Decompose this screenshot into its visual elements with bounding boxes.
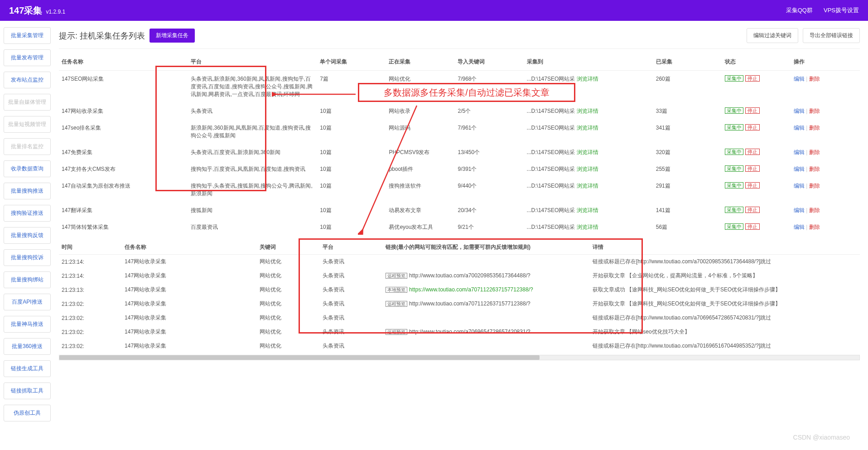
cell-single: 10篇	[317, 219, 386, 236]
stop-button[interactable]: 停止	[745, 124, 760, 131]
cell-lkey: 网站优化	[257, 339, 320, 353]
cell-time: 21:23:14:	[59, 255, 122, 269]
cell-name: 147简体转繁体采集	[59, 219, 188, 236]
cell-to: ...D:\147SEO网站采 浏览详情	[524, 161, 653, 178]
stop-button[interactable]: 停止	[745, 223, 760, 230]
browse-detail-link[interactable]: 浏览详情	[577, 183, 598, 189]
sidebar-item-12[interactable]: 百度API推送	[4, 294, 51, 310]
edit-button[interactable]: 编辑	[794, 108, 805, 114]
cell-name: 147自动采集为原创发布推送	[59, 178, 188, 202]
log-url[interactable]: http://www.toutiao.com/a7071122637157712…	[409, 300, 530, 307]
stop-button[interactable]: 停止	[745, 165, 760, 172]
delete-button[interactable]: 删除	[809, 125, 820, 131]
delete-button[interactable]: 删除	[809, 207, 820, 213]
edit-button[interactable]: 编辑	[794, 224, 805, 230]
sidebar-item-6[interactable]: 收录数据查询	[4, 160, 51, 177]
delete-button[interactable]: 删除	[809, 224, 820, 230]
log-row: 21:23:02:147网站收录采集网站优化头条资讯链接或标题已存在[http:…	[59, 311, 860, 325]
cell-lkey: 网站优化	[257, 325, 320, 339]
sidebar-item-1[interactable]: 批量发布管理	[4, 49, 51, 66]
cell-single: 10篇	[317, 202, 386, 219]
log-url[interactable]: http://www.toutiao.com/a7002098535617364…	[409, 272, 530, 279]
browse-detail-link[interactable]: 浏览详情	[577, 224, 598, 230]
horizontal-scrollbar[interactable]	[59, 355, 860, 360]
edit-button[interactable]: 编辑	[794, 125, 805, 131]
browse-detail-link[interactable]: 浏览详情	[577, 149, 598, 155]
sidebar-item-10[interactable]: 批量搜狗投诉	[4, 249, 51, 266]
cell-op: 编辑 | 删除	[791, 219, 860, 236]
sidebar-item-7[interactable]: 批量搜狗推送	[4, 183, 51, 199]
sidebar-item-17[interactable]: 伪原创工具	[4, 405, 51, 421]
task-row: 147seo排名采集新浪新闻,360新闻,凤凰新闻,百度知道,搜狗资讯,搜狗公众…	[59, 120, 860, 144]
sidebar-item-15[interactable]: 链接生成工具	[4, 360, 51, 377]
cell-lplat: 头条资讯	[320, 283, 383, 297]
cell-time: 21:23:14:	[59, 269, 122, 283]
remote-preview-badge[interactable]: 远程预览	[386, 273, 407, 279]
export-errors-button[interactable]: 导出全部错误链接	[803, 28, 860, 43]
header-left: 147采集 v1.2.9.1	[9, 5, 65, 17]
edit-button[interactable]: 编辑	[794, 166, 805, 172]
qq-group-link[interactable]: 采集QQ群	[786, 6, 813, 15]
sidebar-item-0[interactable]: 批量采集管理	[4, 27, 51, 44]
cell-llink	[383, 339, 590, 353]
delete-button[interactable]: 删除	[809, 183, 820, 189]
cell-name: 147支持各大CMS发布	[59, 161, 188, 178]
browse-detail-link[interactable]: 浏览详情	[577, 108, 598, 114]
edit-button[interactable]: 编辑	[794, 76, 805, 82]
cell-ltask: 147网站收录采集	[122, 325, 257, 339]
local-preview-badge[interactable]: 本地预览	[386, 287, 407, 293]
sidebar-item-14[interactable]: 批量360推送	[4, 338, 51, 355]
log-url[interactable]: http://www.toutiao.com/a7069654728657420…	[409, 329, 530, 335]
edit-button[interactable]: 编辑	[794, 149, 805, 155]
cell-to: ...D:\147SEO网站采 浏览详情	[524, 219, 653, 236]
cell-op: 编辑 | 删除	[791, 161, 860, 178]
stop-button[interactable]: 停止	[745, 107, 760, 114]
browse-detail-link[interactable]: 浏览详情	[577, 125, 598, 131]
browse-detail-link[interactable]: 浏览详情	[577, 166, 598, 172]
cell-llink: 远程预览http://www.toutiao.com/a707112263715…	[383, 297, 590, 311]
sidebar-item-16[interactable]: 链接抓取工具	[4, 382, 51, 399]
edit-button[interactable]: 编辑	[794, 183, 805, 189]
stop-button[interactable]: 停止	[745, 182, 760, 189]
cell-ldetail: 获取文章成功 【途网科技_网站SEO优化如何做_关于SEO优化详细操作步骤】	[590, 283, 860, 297]
remote-preview-badge[interactable]: 远程预览	[386, 329, 407, 335]
cell-done: 56篇	[653, 219, 722, 236]
remote-preview-badge[interactable]: 远程预览	[386, 301, 407, 307]
delete-button[interactable]: 删除	[809, 166, 820, 172]
cell-ltask: 147网站收录采集	[122, 255, 257, 269]
task-row: 147免费采集头条资讯,百度资讯,新浪新闻,360新闻10篇PHPCMSV9发布…	[59, 144, 860, 161]
sidebar-item-13[interactable]: 批量神马推送	[4, 316, 51, 333]
browse-detail-link[interactable]: 浏览详情	[577, 207, 598, 213]
delete-button[interactable]: 删除	[809, 149, 820, 155]
sidebar-item-11[interactable]: 批量搜狗绑站	[4, 271, 51, 288]
scrollbar-thumb[interactable]	[59, 355, 540, 360]
new-task-button[interactable]: 新增采集任务	[149, 29, 195, 43]
sidebar-item-2[interactable]: 发布站点监控	[4, 72, 51, 88]
cell-lplat: 头条资讯	[320, 297, 383, 311]
browse-detail-link[interactable]: 浏览详情	[577, 76, 598, 82]
sidebar-item-8[interactable]: 搜狗验证推送	[4, 205, 51, 222]
cell-status: 采集中停止	[722, 161, 791, 178]
cell-llink: 远程预览http://www.toutiao.com/a700209853561…	[383, 269, 590, 283]
task-table-header: 任务名称 平台 单个词采集 正在采集 导入关键词 采集到 已采集 状态 操作	[59, 53, 860, 71]
status-badge: 采集中	[725, 75, 743, 82]
sidebar-item-5: 批量排名监控	[4, 138, 51, 155]
delete-button[interactable]: 删除	[809, 76, 820, 82]
log-row: 21:23:02:147网站收录采集网站优化头条资讯远程预览http://www…	[59, 325, 860, 339]
delete-button[interactable]: 删除	[809, 108, 820, 114]
th-to: 采集到	[524, 53, 653, 71]
edit-filter-button[interactable]: 编辑过滤关键词	[747, 28, 798, 43]
status-badge: 采集中	[725, 207, 743, 213]
vps-settings-link[interactable]: VPS拨号设置	[824, 6, 859, 15]
stop-button[interactable]: 停止	[745, 207, 760, 213]
cell-op: 编辑 | 删除	[791, 71, 860, 103]
status-badge: 采集中	[725, 223, 743, 230]
cell-ltask: 147网站收录采集	[122, 297, 257, 311]
stop-button[interactable]: 停止	[745, 149, 760, 155]
log-url[interactable]: https://www.toutiao.com/a707112263715771…	[409, 286, 533, 293]
cell-lkey: 网站优化	[257, 269, 320, 283]
status-badge: 采集中	[725, 149, 743, 155]
edit-button[interactable]: 编辑	[794, 207, 805, 213]
stop-button[interactable]: 停止	[745, 75, 760, 82]
sidebar-item-9[interactable]: 批量搜狗反馈	[4, 227, 51, 244]
